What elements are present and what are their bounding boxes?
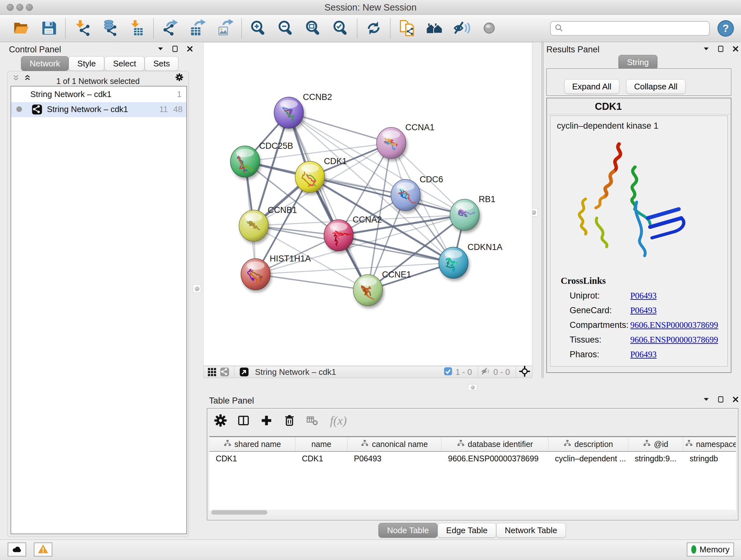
tab-network-table[interactable]: Network Table: [496, 523, 566, 538]
column-header-name[interactable]: name: [295, 437, 347, 451]
zoom-out-button[interactable]: [272, 17, 299, 40]
tab-string[interactable]: String: [618, 55, 657, 70]
column-header-database-identifier[interactable]: database identifier: [442, 437, 549, 451]
add-column-icon[interactable]: [259, 413, 274, 428]
node-CDC6[interactable]: [391, 179, 420, 211]
export-network-button[interactable]: [156, 17, 184, 40]
node-label-CDK1: CDK1: [324, 157, 347, 166]
node-CDK1[interactable]: [295, 161, 325, 192]
table-cell: CDK1: [209, 452, 295, 466]
string-home-icon: [426, 19, 443, 38]
left-splitter-handle[interactable]: [193, 285, 201, 293]
control-panel-collapse-icon[interactable]: [155, 44, 166, 54]
export-image-button[interactable]: [211, 17, 239, 40]
control-panel-close-icon[interactable]: [185, 44, 195, 54]
import-network-button[interactable]: [68, 17, 96, 40]
show-grid-icon[interactable]: [205, 367, 218, 377]
string-network-icon: [31, 104, 43, 117]
node-CDKN1A[interactable]: [439, 247, 468, 278]
tab-node-table[interactable]: Node Table: [379, 523, 437, 538]
tab-edge-table[interactable]: Edge Table: [437, 523, 496, 538]
node-CCNE1[interactable]: [353, 274, 383, 306]
network-selection-status: 1 of 1 Network selected: [7, 77, 189, 86]
node-CCNA2[interactable]: [324, 220, 353, 251]
zoom-in-button[interactable]: [245, 17, 272, 40]
crosslink-link[interactable]: P06493: [630, 291, 657, 301]
help-button[interactable]: ?: [717, 19, 735, 37]
string-import-button[interactable]: [393, 17, 421, 40]
function-builder-icon[interactable]: f(x): [328, 413, 349, 428]
hide-unhide-button[interactable]: [448, 17, 475, 40]
refresh-view-button[interactable]: [360, 17, 387, 40]
column-header-@id[interactable]: @id: [628, 437, 683, 451]
save-session-button[interactable]: [35, 17, 63, 40]
hidden-eye-slash-icon[interactable]: [481, 367, 491, 377]
node-attribute-icon: [457, 439, 465, 449]
column-header-description[interactable]: description: [549, 437, 628, 451]
network-row[interactable]: String Network – cdk1 11 48: [11, 102, 186, 117]
collapse-all-button[interactable]: Collapse All: [626, 79, 685, 94]
node-CCNB2[interactable]: [274, 97, 304, 128]
share-network-icon[interactable]: [218, 367, 231, 377]
tab-select[interactable]: Select: [105, 56, 145, 71]
crosslink-link[interactable]: 9606.ENSP00000378699: [630, 335, 718, 345]
column-header-shared-name[interactable]: shared name: [209, 437, 295, 451]
network-collection-row[interactable]: String Network – cdk1 1: [11, 87, 186, 102]
warnings-button[interactable]: [34, 543, 52, 557]
search-input[interactable]: [566, 23, 706, 34]
toolbar-separator: [357, 18, 357, 38]
table-cell: P06493: [347, 452, 442, 466]
network-options-gear-icon[interactable]: [174, 72, 185, 82]
node-attribute-icon: [361, 439, 368, 449]
zoom-fit-button[interactable]: [299, 17, 327, 40]
import-table-button[interactable]: [123, 17, 151, 40]
tab-network[interactable]: Network: [21, 56, 69, 71]
tab-style[interactable]: Style: [69, 56, 105, 71]
table-cell: stringdb:9...: [628, 452, 683, 466]
open-session-button[interactable]: [8, 17, 35, 40]
results-panel-collapse-icon[interactable]: [701, 44, 712, 54]
node-CCNB1[interactable]: [239, 210, 268, 241]
scrollbar-thumb[interactable]: [211, 510, 267, 515]
import-network-database-button[interactable]: [96, 17, 123, 40]
results-panel-close-icon[interactable]: [730, 44, 741, 54]
gene-header-row[interactable]: CDK1: [547, 98, 731, 114]
crosslink-link[interactable]: P06493: [630, 306, 657, 315]
delete-column-icon[interactable]: [282, 413, 297, 428]
column-header-namespace[interactable]: namespace: [683, 437, 736, 451]
expand-all-button[interactable]: Expand All: [564, 79, 619, 94]
table-row[interactable]: CDK1CDK1P064939606.ENSP00000378699cyclin…: [209, 452, 736, 466]
results-panel-float-icon[interactable]: [716, 44, 726, 54]
birdseye-view-icon[interactable]: [238, 367, 251, 377]
memory-button[interactable]: Memory: [687, 543, 734, 557]
node-CDC25B[interactable]: [230, 146, 260, 177]
string-home-button[interactable]: [421, 17, 448, 40]
tab-sets[interactable]: Sets: [145, 56, 179, 71]
table-panel-close-icon[interactable]: [730, 395, 741, 404]
search-box[interactable]: [550, 21, 710, 36]
control-panel-float-icon[interactable]: [170, 44, 181, 54]
crosslink-link[interactable]: P06493: [630, 350, 657, 360]
crosslink-label: Compartments:: [569, 320, 629, 330]
bottom-splitter-handle[interactable]: [468, 384, 477, 390]
crosslink-link[interactable]: 9606.ENSP00000378699: [630, 320, 718, 330]
delete-table-icon[interactable]: [305, 413, 320, 428]
export-table-button[interactable]: [184, 17, 211, 40]
show-columns-icon[interactable]: [236, 413, 251, 428]
show-hidden-button[interactable]: [475, 17, 503, 40]
cloud-button[interactable]: [8, 543, 26, 557]
network-canvas[interactable]: CCNB2CCNA1CDC25BCDK1CDC6RB1CCNB1CCNA2CDK…: [203, 42, 532, 366]
table-panel-float-icon[interactable]: [716, 395, 726, 404]
table-horizontal-scrollbar[interactable]: [210, 509, 736, 515]
selected-checkbox-icon[interactable]: [443, 367, 453, 377]
fit-selected-crosshair-icon[interactable]: [519, 366, 530, 378]
table-panel-collapse-icon[interactable]: [701, 395, 712, 404]
table-options-gear-icon[interactable]: [213, 413, 228, 428]
zoom-selected-button[interactable]: [327, 17, 354, 40]
node-HIST1H1A[interactable]: [241, 259, 270, 290]
node-CCNA1[interactable]: [377, 127, 406, 159]
column-header-canonical-name[interactable]: canonical name: [347, 437, 442, 451]
node-RB1[interactable]: [450, 199, 479, 231]
node-attribute-icon: [685, 439, 693, 449]
edge-layer[interactable]: [245, 113, 465, 290]
